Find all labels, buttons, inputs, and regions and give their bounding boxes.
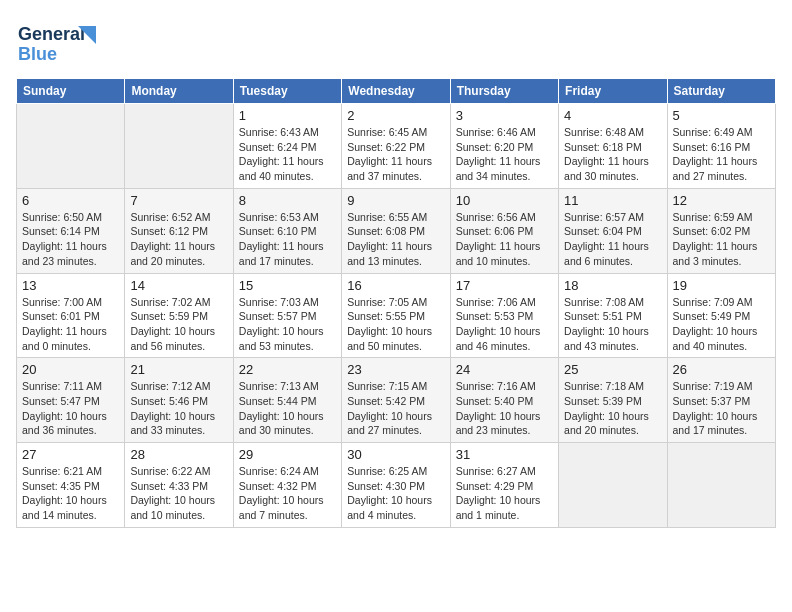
sunset-text: Sunset: 5:53 PM: [456, 310, 534, 322]
calendar-cell: 2Sunrise: 6:45 AMSunset: 6:22 PMDaylight…: [342, 104, 450, 189]
weekday-header-sunday: Sunday: [17, 79, 125, 104]
calendar-cell: 3Sunrise: 6:46 AMSunset: 6:20 PMDaylight…: [450, 104, 558, 189]
sunrise-text: Sunrise: 6:59 AM: [673, 211, 753, 223]
calendar-cell: 16Sunrise: 7:05 AMSunset: 5:55 PMDayligh…: [342, 273, 450, 358]
sunset-text: Sunset: 5:47 PM: [22, 395, 100, 407]
calendar-cell: 8Sunrise: 6:53 AMSunset: 6:10 PMDaylight…: [233, 188, 341, 273]
day-number: 6: [22, 193, 119, 208]
sunset-text: Sunset: 6:22 PM: [347, 141, 425, 153]
daylight-text: Daylight: 11 hours: [673, 155, 758, 167]
calendar-cell: 10Sunrise: 6:56 AMSunset: 6:06 PMDayligh…: [450, 188, 558, 273]
day-info: Sunrise: 6:27 AMSunset: 4:29 PMDaylight:…: [456, 464, 553, 523]
calendar-cell: 18Sunrise: 7:08 AMSunset: 5:51 PMDayligh…: [559, 273, 667, 358]
day-number: 9: [347, 193, 444, 208]
sunrise-text: Sunrise: 6:45 AM: [347, 126, 427, 138]
sunset-text: Sunset: 6:20 PM: [456, 141, 534, 153]
daylight-text: Daylight: 10 hours: [130, 325, 215, 337]
daylight-minutes-text: and 7 minutes.: [239, 509, 308, 521]
day-number: 20: [22, 362, 119, 377]
sunset-text: Sunset: 5:40 PM: [456, 395, 534, 407]
daylight-text: Daylight: 11 hours: [456, 155, 541, 167]
sunset-text: Sunset: 4:29 PM: [456, 480, 534, 492]
daylight-minutes-text: and 10 minutes.: [456, 255, 531, 267]
daylight-text: Daylight: 10 hours: [347, 494, 432, 506]
sunset-text: Sunset: 6:04 PM: [564, 225, 642, 237]
calendar-cell: 29Sunrise: 6:24 AMSunset: 4:32 PMDayligh…: [233, 443, 341, 528]
daylight-text: Daylight: 11 hours: [22, 325, 107, 337]
day-number: 8: [239, 193, 336, 208]
weekday-header-thursday: Thursday: [450, 79, 558, 104]
day-number: 21: [130, 362, 227, 377]
day-number: 13: [22, 278, 119, 293]
calendar-week-row: 1Sunrise: 6:43 AMSunset: 6:24 PMDaylight…: [17, 104, 776, 189]
daylight-minutes-text: and 10 minutes.: [130, 509, 205, 521]
daylight-minutes-text: and 53 minutes.: [239, 340, 314, 352]
day-info: Sunrise: 6:50 AMSunset: 6:14 PMDaylight:…: [22, 210, 119, 269]
daylight-minutes-text: and 3 minutes.: [673, 255, 742, 267]
daylight-text: Daylight: 10 hours: [673, 325, 758, 337]
sunrise-text: Sunrise: 7:11 AM: [22, 380, 102, 392]
calendar-cell: 19Sunrise: 7:09 AMSunset: 5:49 PMDayligh…: [667, 273, 775, 358]
day-info: Sunrise: 7:18 AMSunset: 5:39 PMDaylight:…: [564, 379, 661, 438]
sunrise-text: Sunrise: 7:19 AM: [673, 380, 753, 392]
calendar-cell: 6Sunrise: 6:50 AMSunset: 6:14 PMDaylight…: [17, 188, 125, 273]
sunset-text: Sunset: 4:35 PM: [22, 480, 100, 492]
sunset-text: Sunset: 6:08 PM: [347, 225, 425, 237]
daylight-text: Daylight: 10 hours: [564, 410, 649, 422]
calendar-cell: 1Sunrise: 6:43 AMSunset: 6:24 PMDaylight…: [233, 104, 341, 189]
sunset-text: Sunset: 5:44 PM: [239, 395, 317, 407]
day-info: Sunrise: 6:59 AMSunset: 6:02 PMDaylight:…: [673, 210, 770, 269]
day-number: 10: [456, 193, 553, 208]
day-number: 1: [239, 108, 336, 123]
day-info: Sunrise: 7:06 AMSunset: 5:53 PMDaylight:…: [456, 295, 553, 354]
day-info: Sunrise: 6:22 AMSunset: 4:33 PMDaylight:…: [130, 464, 227, 523]
calendar-cell: 15Sunrise: 7:03 AMSunset: 5:57 PMDayligh…: [233, 273, 341, 358]
sunset-text: Sunset: 6:16 PM: [673, 141, 751, 153]
daylight-minutes-text: and 27 minutes.: [347, 424, 422, 436]
day-info: Sunrise: 7:00 AMSunset: 6:01 PMDaylight:…: [22, 295, 119, 354]
calendar-week-row: 27Sunrise: 6:21 AMSunset: 4:35 PMDayligh…: [17, 443, 776, 528]
daylight-minutes-text: and 17 minutes.: [673, 424, 748, 436]
calendar-cell: [667, 443, 775, 528]
day-info: Sunrise: 7:11 AMSunset: 5:47 PMDaylight:…: [22, 379, 119, 438]
calendar-cell: [17, 104, 125, 189]
calendar-cell: 22Sunrise: 7:13 AMSunset: 5:44 PMDayligh…: [233, 358, 341, 443]
logo-svg: General Blue: [16, 16, 106, 68]
day-info: Sunrise: 6:56 AMSunset: 6:06 PMDaylight:…: [456, 210, 553, 269]
day-number: 30: [347, 447, 444, 462]
day-info: Sunrise: 6:45 AMSunset: 6:22 PMDaylight:…: [347, 125, 444, 184]
sunrise-text: Sunrise: 7:08 AM: [564, 296, 644, 308]
sunrise-text: Sunrise: 7:06 AM: [456, 296, 536, 308]
daylight-text: Daylight: 10 hours: [22, 494, 107, 506]
sunset-text: Sunset: 5:59 PM: [130, 310, 208, 322]
sunrise-text: Sunrise: 6:22 AM: [130, 465, 210, 477]
sunrise-text: Sunrise: 7:12 AM: [130, 380, 210, 392]
daylight-text: Daylight: 10 hours: [347, 325, 432, 337]
daylight-text: Daylight: 11 hours: [239, 155, 324, 167]
sunrise-text: Sunrise: 6:57 AM: [564, 211, 644, 223]
sunrise-text: Sunrise: 6:46 AM: [456, 126, 536, 138]
calendar-table: SundayMondayTuesdayWednesdayThursdayFrid…: [16, 78, 776, 528]
sunset-text: Sunset: 5:49 PM: [673, 310, 751, 322]
day-number: 27: [22, 447, 119, 462]
sunset-text: Sunset: 5:51 PM: [564, 310, 642, 322]
sunrise-text: Sunrise: 7:05 AM: [347, 296, 427, 308]
daylight-text: Daylight: 11 hours: [564, 155, 649, 167]
calendar-cell: 14Sunrise: 7:02 AMSunset: 5:59 PMDayligh…: [125, 273, 233, 358]
day-info: Sunrise: 6:25 AMSunset: 4:30 PMDaylight:…: [347, 464, 444, 523]
sunset-text: Sunset: 5:46 PM: [130, 395, 208, 407]
day-number: 17: [456, 278, 553, 293]
day-info: Sunrise: 6:21 AMSunset: 4:35 PMDaylight:…: [22, 464, 119, 523]
daylight-minutes-text: and 30 minutes.: [239, 424, 314, 436]
day-info: Sunrise: 7:03 AMSunset: 5:57 PMDaylight:…: [239, 295, 336, 354]
day-number: 28: [130, 447, 227, 462]
day-number: 24: [456, 362, 553, 377]
sunset-text: Sunset: 6:02 PM: [673, 225, 751, 237]
day-info: Sunrise: 7:15 AMSunset: 5:42 PMDaylight:…: [347, 379, 444, 438]
calendar-cell: 28Sunrise: 6:22 AMSunset: 4:33 PMDayligh…: [125, 443, 233, 528]
daylight-text: Daylight: 10 hours: [456, 410, 541, 422]
day-number: 5: [673, 108, 770, 123]
day-info: Sunrise: 7:02 AMSunset: 5:59 PMDaylight:…: [130, 295, 227, 354]
day-info: Sunrise: 7:08 AMSunset: 5:51 PMDaylight:…: [564, 295, 661, 354]
sunset-text: Sunset: 4:30 PM: [347, 480, 425, 492]
